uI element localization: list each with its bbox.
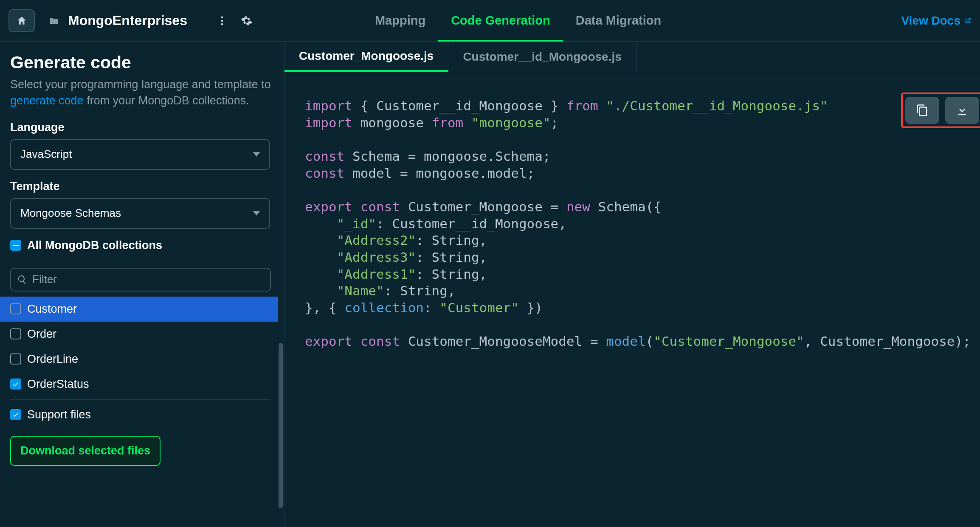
- collection-checkbox[interactable]: [10, 328, 21, 339]
- tab-code-generation[interactable]: Code Generation: [451, 0, 550, 41]
- template-select[interactable]: Mongoose Schemas: [10, 198, 270, 229]
- tab-data-migration[interactable]: Data Migration: [576, 0, 661, 41]
- check-icon: [12, 411, 20, 418]
- download-selected-files-button[interactable]: Download selected files: [10, 436, 161, 466]
- language-label: Language: [10, 121, 273, 134]
- home-button[interactable]: [8, 9, 35, 32]
- collection-item[interactable]: Customer: [0, 297, 278, 322]
- folder-icon: [48, 16, 60, 26]
- copy-icon: [916, 104, 929, 117]
- sidebar-description: Select your programming language and tem…: [10, 77, 273, 109]
- svg-point-2: [221, 23, 223, 25]
- collection-checkbox[interactable]: [10, 378, 21, 390]
- dots-vertical-icon: [216, 15, 228, 27]
- svg-point-1: [221, 20, 223, 22]
- collection-name: OrderLine: [27, 353, 78, 366]
- collection-checkbox[interactable]: [10, 353, 21, 364]
- all-collections-label: All MongoDB collections: [27, 239, 162, 252]
- external-link-icon: [964, 17, 972, 25]
- support-files-row[interactable]: Support files: [10, 408, 273, 421]
- view-docs-label: View Docs: [901, 14, 960, 28]
- all-collections-row[interactable]: All MongoDB collections: [10, 239, 273, 252]
- collection-name: Order: [27, 328, 56, 341]
- support-files-label: Support files: [27, 408, 91, 421]
- collection-name: Customer: [27, 303, 77, 316]
- project-name: MongoEnterprises: [68, 13, 187, 28]
- tab-mapping[interactable]: Mapping: [375, 0, 425, 41]
- view-docs-link[interactable]: View Docs: [901, 14, 972, 28]
- chevron-down-icon: [253, 152, 260, 157]
- settings-button[interactable]: [237, 11, 256, 30]
- sidebar-title: Generate code: [10, 53, 273, 73]
- code-actions-highlight: [901, 93, 980, 128]
- collection-checkbox[interactable]: [10, 303, 21, 314]
- sidebar: Generate code Select your programming la…: [0, 42, 284, 527]
- top-bar: MongoEnterprises Mapping Code Generation…: [0, 0, 980, 42]
- editor-area: Customer_Mongoose.jsCustomer__id_Mongoos…: [284, 42, 980, 527]
- language-select[interactable]: JavaScript: [10, 139, 270, 170]
- template-label: Template: [10, 180, 273, 193]
- gear-icon: [241, 15, 253, 27]
- collection-item[interactable]: OrderLine: [0, 347, 278, 372]
- divider: [10, 399, 271, 400]
- filter-input[interactable]: [32, 273, 264, 286]
- chevron-down-icon: [253, 211, 260, 216]
- collection-item[interactable]: OrderStatus: [0, 372, 278, 397]
- file-tab[interactable]: Customer_Mongoose.js: [284, 42, 448, 72]
- download-icon: [956, 104, 969, 117]
- all-collections-checkbox[interactable]: [10, 240, 21, 251]
- download-code-button[interactable]: [945, 97, 979, 124]
- copy-code-button[interactable]: [905, 97, 939, 124]
- template-select-value: Mongoose Schemas: [20, 207, 121, 220]
- search-icon: [17, 275, 27, 285]
- scrollbar-thumb[interactable]: [279, 343, 283, 508]
- generate-code-doc-link[interactable]: generate code: [10, 94, 84, 107]
- support-files-checkbox[interactable]: [10, 409, 21, 420]
- svg-point-0: [221, 16, 223, 18]
- collection-list: CustomerOrderOrderLineOrderStatus: [0, 297, 278, 397]
- filter-input-wrap[interactable]: [10, 268, 271, 292]
- check-icon: [12, 380, 20, 388]
- file-tabs: Customer_Mongoose.jsCustomer__id_Mongoos…: [284, 42, 980, 72]
- language-select-value: JavaScript: [20, 148, 72, 161]
- collection-name: OrderStatus: [27, 378, 89, 391]
- more-options-button[interactable]: [213, 11, 231, 30]
- code-content[interactable]: import { Customer__id_Mongoose } from ".…: [284, 72, 980, 376]
- file-tab[interactable]: Customer__id_Mongoose.js: [448, 42, 636, 72]
- collection-item[interactable]: Order: [0, 322, 278, 347]
- main-area: Generate code Select your programming la…: [0, 42, 980, 527]
- divider: [10, 260, 271, 260]
- code-panel: import { Customer__id_Mongoose } from ".…: [284, 72, 980, 527]
- home-icon: [16, 15, 27, 26]
